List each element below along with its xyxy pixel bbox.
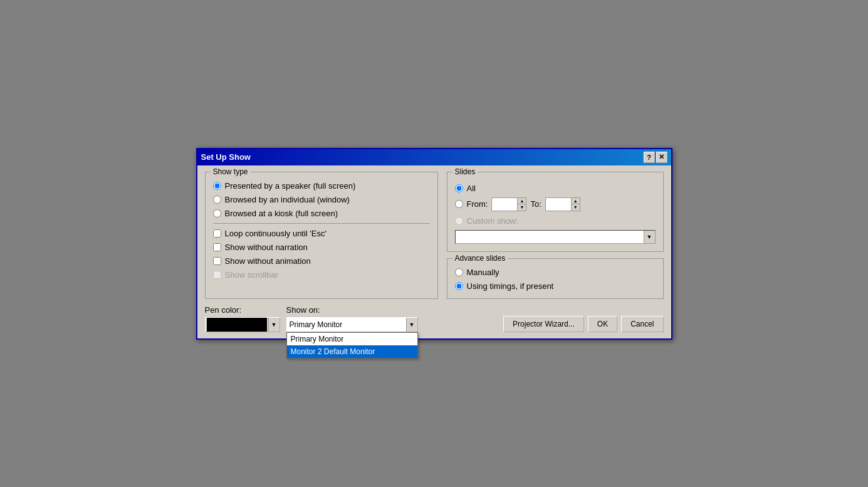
checkbox-loop-label: Loop continuously until 'Esc' (225, 229, 327, 238)
right-col: Slides All From: ▲ (447, 172, 664, 299)
radio-manually[interactable]: Manually (455, 268, 656, 277)
custom-show-dropdown-btn[interactable]: ▼ (644, 231, 655, 243)
checkbox-scrollbar: Show scrollbar (213, 270, 430, 280)
custom-show-value (456, 231, 644, 243)
show-on-value: Primary Monitor (287, 320, 406, 329)
radio-all[interactable]: All (455, 184, 656, 193)
title-bar: Set Up Show ? ✕ (197, 149, 671, 165)
close-button[interactable]: ✕ (656, 152, 667, 163)
help-button[interactable]: ? (644, 152, 655, 163)
to-spin-down[interactable]: ▼ (572, 204, 580, 211)
pen-color-label: Pen color: (205, 305, 280, 315)
projector-wizard-button[interactable]: Projector Wizard... (503, 316, 584, 332)
dropdown-item-primary[interactable]: Primary Monitor (287, 333, 417, 345)
custom-show-dropdown[interactable]: ▼ (455, 230, 656, 244)
pen-color-section: Pen color: ▼ (205, 305, 280, 332)
title-bar-buttons: ? ✕ (644, 152, 667, 163)
show-on-dropdown-btn[interactable]: ▼ (406, 318, 417, 332)
bottom-row: Pen color: ▼ Show on: Primary Monitor ▼ … (205, 305, 664, 332)
color-dropdown-arrow[interactable]: ▼ (268, 318, 280, 332)
radio-custom-show-row: Custom show: (455, 216, 656, 226)
top-row: Show type Presented by a speaker (full s… (205, 172, 664, 299)
pen-color-dropdown[interactable]: ▼ (205, 317, 280, 332)
from-spin-buttons: ▲ ▼ (517, 198, 526, 211)
from-spinbox[interactable]: ▲ ▼ (491, 197, 526, 211)
to-spin-buttons: ▲ ▼ (571, 198, 580, 211)
checkbox-no-animation[interactable]: Show without animation (213, 256, 430, 266)
checkbox-no-narration-label: Show without narration (225, 243, 308, 252)
radio-from-label: From: (467, 199, 488, 209)
slides-group: Slides All From: ▲ (447, 172, 664, 252)
radio-individual-label: Browsed by an individual (window) (225, 195, 350, 204)
setup-show-dialog: Set Up Show ? ✕ Show type Presented by a… (196, 148, 672, 340)
ok-button[interactable]: OK (588, 316, 617, 332)
radio-custom-show (455, 217, 463, 225)
custom-show-radio-label: Custom show: (467, 216, 518, 226)
show-on-dropdown[interactable]: Primary Monitor ▼ (286, 317, 418, 332)
slides-label: Slides (452, 167, 478, 176)
dialog-title: Set Up Show (201, 152, 251, 162)
action-buttons: Projector Wizard... OK Cancel (503, 316, 663, 332)
slides-content: All From: ▲ ▼ (455, 181, 656, 244)
to-spin-up[interactable]: ▲ (572, 198, 580, 204)
from-spin-down[interactable]: ▼ (518, 204, 526, 211)
from-spin-up[interactable]: ▲ (518, 198, 526, 204)
to-label: To: (530, 199, 541, 209)
radio-all-label: All (467, 184, 476, 193)
radio-speaker-label: Presented by a speaker (full screen) (225, 181, 356, 191)
checkbox-scrollbar-label: Show scrollbar (225, 270, 278, 280)
to-spinbox[interactable]: ▲ ▼ (545, 197, 580, 211)
show-on-section: Show on: Primary Monitor ▼ Primary Monit… (286, 305, 418, 332)
radio-speaker[interactable]: Presented by a speaker (full screen) (213, 181, 430, 191)
radio-timings-label: Using timings, if present (467, 281, 554, 291)
radio-individual[interactable]: Browsed by an individual (window) (213, 195, 430, 204)
radio-manually-label: Manually (467, 268, 499, 277)
show-type-group: Show type Presented by a speaker (full s… (205, 172, 438, 299)
show-on-popup[interactable]: Primary Monitor Monitor 2 Default Monito… (286, 332, 418, 359)
radio-kiosk-label: Browsed at a kiosk (full screen) (225, 209, 338, 218)
checkbox-loop[interactable]: Loop continuously until 'Esc' (213, 229, 430, 238)
color-swatch (207, 318, 267, 332)
from-input[interactable] (492, 198, 517, 211)
radio-from[interactable] (455, 200, 463, 208)
slides-from-row: From: ▲ ▼ To: (455, 197, 656, 211)
dropdown-item-monitor2[interactable]: Monitor 2 Default Monitor (287, 345, 417, 358)
radio-kiosk[interactable]: Browsed at a kiosk (full screen) (213, 209, 430, 218)
checkbox-no-animation-label: Show without animation (225, 256, 311, 266)
checkbox-no-narration[interactable]: Show without narration (213, 243, 430, 252)
show-on-label: Show on: (286, 305, 418, 315)
dialog-body: Show type Presented by a speaker (full s… (197, 165, 671, 338)
cancel-button[interactable]: Cancel (621, 316, 663, 332)
show-type-label: Show type (211, 167, 251, 176)
show-on-wrapper: Primary Monitor ▼ Primary Monitor Monito… (286, 317, 418, 332)
advance-slides-group: Advance slides Manually Using timings, i… (447, 258, 664, 299)
radio-timings[interactable]: Using timings, if present (455, 281, 656, 291)
separator (213, 223, 430, 224)
advance-slides-label: Advance slides (452, 254, 508, 263)
to-input[interactable] (546, 198, 571, 211)
